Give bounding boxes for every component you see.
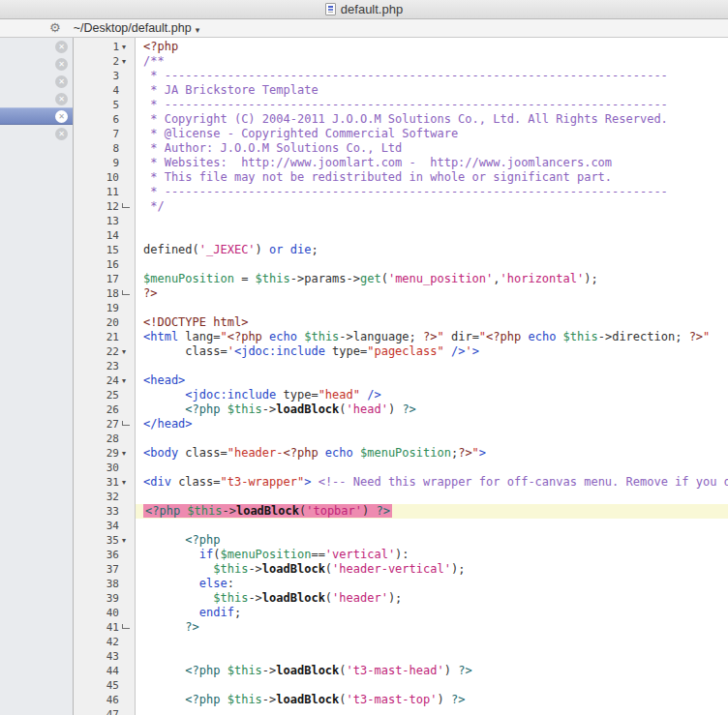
- code-text[interactable]: ?>: [136, 286, 728, 301]
- code-text[interactable]: <div class="t3-wrapper"> <!-- Need this …: [136, 475, 728, 490]
- line-number[interactable]: 20: [74, 315, 119, 330]
- code-text[interactable]: [136, 635, 728, 649]
- line-number[interactable]: 9: [74, 156, 119, 170]
- code-text[interactable]: </head>: [136, 417, 728, 432]
- code-text[interactable]: $this->loadBlock('header');: [136, 591, 728, 606]
- code-text[interactable]: $menuPosition = $this->params->get('menu…: [136, 272, 728, 286]
- line-number[interactable]: 31: [74, 475, 119, 490]
- line-number[interactable]: 37: [74, 562, 119, 577]
- line-number[interactable]: 34: [74, 519, 119, 533]
- line-number[interactable]: 11: [74, 185, 119, 199]
- line-number[interactable]: 28: [74, 432, 119, 446]
- line-number[interactable]: 39: [74, 591, 119, 606]
- fold-end-icon[interactable]: [119, 203, 136, 210]
- code-text[interactable]: [136, 228, 728, 243]
- line-number[interactable]: 23: [74, 359, 119, 373]
- code-text[interactable]: [136, 301, 728, 315]
- line-number[interactable]: 36: [74, 548, 119, 562]
- code-text[interactable]: $this->loadBlock('header-vertical');: [136, 562, 728, 577]
- line-number[interactable]: 7: [74, 127, 119, 141]
- fold-end-icon[interactable]: [119, 290, 136, 297]
- code-text[interactable]: [136, 257, 728, 272]
- line-number[interactable]: 33: [74, 504, 119, 519]
- line-number[interactable]: 38: [74, 577, 119, 591]
- line-number[interactable]: 4: [74, 83, 119, 98]
- code-text[interactable]: <body class="header-<?php echo $menuPosi…: [136, 446, 728, 461]
- line-number[interactable]: 25: [74, 388, 119, 402]
- line-number[interactable]: 3: [74, 69, 119, 83]
- code-text[interactable]: [136, 461, 728, 475]
- code-text[interactable]: * Copyright (C) 2004-2011 J.O.O.M Soluti…: [136, 112, 728, 127]
- code-text[interactable]: <?php $this->loadBlock('t3-mast-top') ?>: [136, 693, 728, 707]
- sidebar-item[interactable]: ✕: [0, 90, 73, 107]
- close-icon[interactable]: ✕: [55, 41, 68, 53]
- line-number[interactable]: 8: [74, 141, 119, 156]
- line-number[interactable]: 24: [74, 373, 119, 388]
- code-text[interactable]: <jdoc:include type="head" />: [136, 388, 728, 402]
- code-text[interactable]: * This file may not be redistributed in …: [136, 170, 728, 185]
- line-number[interactable]: 32: [74, 490, 119, 504]
- code-text[interactable]: [136, 707, 728, 715]
- code-text[interactable]: [136, 649, 728, 664]
- line-number[interactable]: 29: [74, 446, 119, 461]
- close-icon[interactable]: ✕: [55, 75, 68, 88]
- line-number[interactable]: 22: [74, 344, 119, 359]
- line-number[interactable]: 14: [74, 228, 119, 243]
- line-number[interactable]: 16: [74, 257, 119, 272]
- line-number[interactable]: 42: [74, 635, 119, 649]
- line-number[interactable]: 21: [74, 330, 119, 344]
- line-number[interactable]: 27: [74, 417, 119, 432]
- code-text[interactable]: <?php $this->loadBlock('t3-mast-head') ?…: [136, 664, 728, 678]
- fold-open-icon[interactable]: ▾: [119, 43, 136, 51]
- fold-open-icon[interactable]: ▾: [119, 376, 136, 385]
- code-text[interactable]: class='<jdoc:include type="pageclass" />…: [136, 344, 728, 359]
- line-number[interactable]: 13: [74, 214, 119, 228]
- sidebar-item[interactable]: ✕: [0, 38, 73, 55]
- code-editor[interactable]: 1▾<?php2▾/**3 * ------------------------…: [74, 38, 728, 715]
- code-text[interactable]: [136, 359, 728, 373]
- code-text[interactable]: defined('_JEXEC') or die;: [136, 243, 728, 257]
- code-text[interactable]: * JA Brickstore Template: [136, 83, 728, 98]
- code-text[interactable]: * --------------------------------------…: [136, 69, 728, 83]
- code-text[interactable]: * --------------------------------------…: [136, 98, 728, 112]
- close-icon[interactable]: ✕: [55, 58, 68, 71]
- line-number[interactable]: 18: [74, 286, 119, 301]
- code-text[interactable]: <?php: [136, 40, 728, 54]
- code-text[interactable]: * @license - Copyrighted Commercial Soft…: [136, 127, 728, 141]
- fold-open-icon[interactable]: ▾: [119, 449, 136, 458]
- line-number[interactable]: 35: [74, 533, 119, 548]
- code-text[interactable]: [136, 214, 728, 228]
- close-icon[interactable]: ✕: [55, 110, 68, 123]
- sidebar-item[interactable]: ✕: [0, 55, 73, 73]
- line-number[interactable]: 43: [74, 649, 119, 664]
- line-number[interactable]: 47: [74, 707, 119, 715]
- fold-open-icon[interactable]: ▾: [119, 536, 136, 545]
- line-number[interactable]: 5: [74, 98, 119, 112]
- sidebar-item[interactable]: ✕: [0, 125, 73, 142]
- code-text[interactable]: /**: [136, 54, 728, 69]
- code-text[interactable]: <html lang="<?php echo $this->language; …: [136, 330, 728, 344]
- line-number[interactable]: 2: [74, 54, 119, 69]
- fold-open-icon[interactable]: ▾: [119, 57, 136, 66]
- line-number[interactable]: 45: [74, 678, 119, 693]
- line-number[interactable]: 46: [74, 693, 119, 707]
- line-number[interactable]: 15: [74, 243, 119, 257]
- code-text[interactable]: [136, 490, 728, 504]
- code-text[interactable]: [136, 678, 728, 693]
- code-text[interactable]: if($menuPosition=='vertical'):: [136, 548, 728, 562]
- sidebar-item-selected[interactable]: ✕: [0, 107, 73, 125]
- code-text[interactable]: */: [136, 199, 728, 214]
- line-number[interactable]: 10: [74, 170, 119, 185]
- code-text[interactable]: else:: [136, 577, 728, 591]
- code-text[interactable]: <?php: [136, 533, 728, 548]
- line-number[interactable]: 44: [74, 664, 119, 678]
- code-text[interactable]: * Author: J.O.O.M Solutions Co., Ltd: [136, 141, 728, 156]
- close-icon[interactable]: ✕: [55, 93, 68, 105]
- code-text[interactable]: <?php $this->loadBlock('head') ?>: [136, 402, 728, 417]
- code-text[interactable]: * --------------------------------------…: [136, 185, 728, 199]
- line-number[interactable]: 40: [74, 606, 119, 620]
- code-text[interactable]: [136, 432, 728, 446]
- line-number[interactable]: 41: [74, 620, 119, 635]
- sidebar-item[interactable]: ✕: [0, 73, 73, 90]
- gear-icon[interactable]: ⚙: [49, 19, 61, 37]
